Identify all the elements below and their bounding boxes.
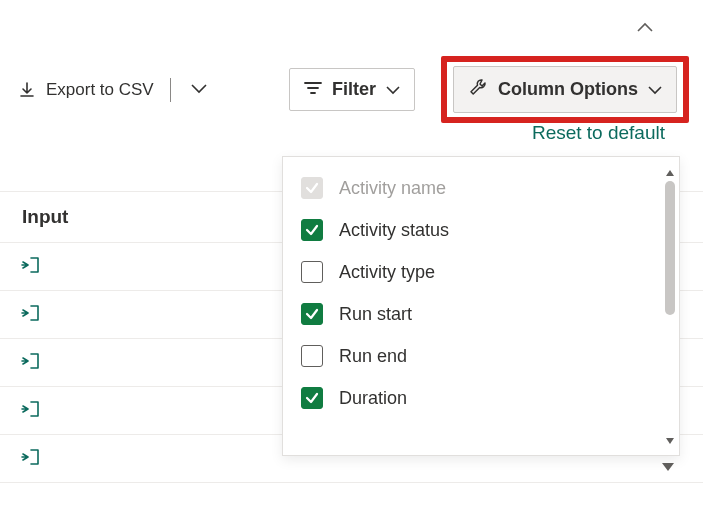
column-options-list: Activity name Activity status Activity t… xyxy=(283,157,679,429)
checkbox-icon xyxy=(301,345,323,367)
scroll-up-icon[interactable] xyxy=(665,163,675,181)
wrench-icon xyxy=(468,77,488,102)
column-options-dropdown: Activity name Activity status Activity t… xyxy=(282,156,680,456)
dropdown-scrollbar[interactable] xyxy=(665,163,675,449)
input-icon xyxy=(20,398,42,424)
column-option-label: Activity name xyxy=(339,178,446,199)
download-icon xyxy=(18,81,36,99)
column-options-highlight: Column Options xyxy=(441,56,689,123)
column-option-label: Duration xyxy=(339,388,407,409)
input-icon xyxy=(20,446,42,472)
chevron-down-icon xyxy=(191,82,207,97)
scroll-down-icon[interactable] xyxy=(661,458,675,476)
column-option-activity-type[interactable]: Activity type xyxy=(283,251,679,293)
input-icon xyxy=(20,254,42,280)
column-option-activity-status[interactable]: Activity status xyxy=(283,209,679,251)
reset-to-default-link[interactable]: Reset to default xyxy=(532,122,665,144)
input-icon xyxy=(20,302,42,328)
column-options-button[interactable]: Column Options xyxy=(453,66,677,113)
scrollbar-thumb[interactable] xyxy=(665,181,675,315)
checkbox-icon xyxy=(301,177,323,199)
column-option-label: Activity status xyxy=(339,220,449,241)
filter-button[interactable]: Filter xyxy=(289,68,415,111)
column-option-label: Run start xyxy=(339,304,412,325)
collapse-caret-icon[interactable] xyxy=(637,18,653,36)
checkbox-icon xyxy=(301,219,323,241)
scroll-down-icon[interactable] xyxy=(665,431,675,449)
export-more-button[interactable] xyxy=(187,78,211,101)
column-option-label: Activity type xyxy=(339,262,435,283)
filter-icon xyxy=(304,79,322,100)
toolbar-divider xyxy=(170,78,171,102)
column-options-label: Column Options xyxy=(498,79,638,100)
export-csv-label: Export to CSV xyxy=(46,80,154,100)
chevron-down-icon xyxy=(648,79,662,100)
column-option-label: Run end xyxy=(339,346,407,367)
export-csv-button[interactable]: Export to CSV xyxy=(14,74,158,106)
checkbox-icon xyxy=(301,303,323,325)
column-option-run-start[interactable]: Run start xyxy=(283,293,679,335)
checkbox-icon xyxy=(301,261,323,283)
column-option-activity-name: Activity name xyxy=(283,167,679,209)
chevron-down-icon xyxy=(386,79,400,100)
checkbox-icon xyxy=(301,387,323,409)
column-option-duration[interactable]: Duration xyxy=(283,377,679,419)
filter-label: Filter xyxy=(332,79,376,100)
input-icon xyxy=(20,350,42,376)
column-option-run-end[interactable]: Run end xyxy=(283,335,679,377)
